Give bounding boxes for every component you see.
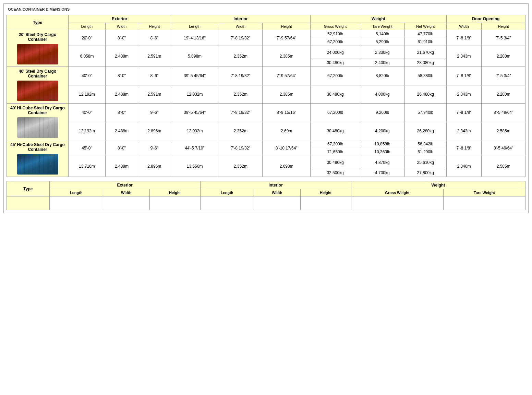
tare-weight-cell: 9,260lb (360, 104, 404, 122)
gross-weight-cell: 30,480kg (311, 59, 360, 67)
ext-height-cell: 9'-6" (138, 140, 171, 156)
gross-weight-header: Gross Weight (311, 23, 360, 30)
net-weight-cell: 27,800kg (404, 169, 446, 177)
ext-length-cell: 12.192m (69, 85, 106, 104)
int-height-cell: 7'-9 57/64" (263, 67, 311, 85)
gross-weight-cell: 52,910lb (311, 30, 360, 38)
door-width-cell: 2.340m (446, 156, 482, 177)
bottom-data-cell (351, 196, 444, 210)
container-image (17, 117, 58, 138)
net-weight-cell: 47,770lb (404, 30, 446, 38)
container-image (17, 154, 58, 175)
door-height-cell: 2.585m (482, 156, 525, 177)
int-height-cell: 2.698m (263, 156, 311, 177)
gross-weight-cell: 67,200lb (311, 104, 360, 122)
ext-height-cell: 8'-6" (138, 67, 171, 85)
gross-weight-cell: 67,200lb (311, 67, 360, 85)
bottom-data-cell (300, 196, 351, 210)
door-width-cell: 7'-8 1/8" (446, 140, 482, 156)
ext-length-cell: 40'-0" (69, 104, 106, 122)
ext-height-cell: 2.591m (138, 85, 171, 104)
ext-height-cell: 2.896m (138, 156, 171, 177)
container-type-cell: 40' Hi-Cube Steel Dry Cargo Container (7, 104, 69, 140)
bottom-ext-width: Width (103, 189, 149, 196)
container-image (17, 81, 58, 101)
ext-width-cell: 8'-0" (105, 140, 138, 156)
door-height-header: Height (482, 23, 525, 30)
int-width-header: Width (219, 23, 263, 30)
ext-length-cell: 20'-0" (69, 30, 106, 46)
bottom-data-cell (149, 196, 200, 210)
door-width-cell: 2.343m (446, 46, 482, 67)
ext-width-cell: 2.438m (105, 156, 138, 177)
ext-height-cell: 8'-6" (138, 30, 171, 46)
bottom-exterior-header: Exterior (49, 181, 200, 189)
int-length-cell: 39'-5 45/64" (171, 67, 219, 85)
int-width-cell: 7'-8 19/32" (219, 30, 263, 46)
table-row: 13.716m2.438m2.896m13.556m2.352m2.698m30… (7, 156, 525, 169)
int-width-cell: 7'-8 19/32" (219, 140, 263, 156)
int-length-cell: 12.032m (171, 122, 219, 140)
gross-weight-cell: 30,480kg (311, 156, 360, 169)
bottom-data-cell (103, 196, 149, 210)
tare-weight-cell: 4,870kg (360, 156, 404, 169)
tare-weight-cell: 8,820lb (360, 67, 404, 85)
int-height-cell: 7'-9 57/64" (263, 30, 311, 46)
container-name: 20' Steel Dry Cargo Container (9, 32, 66, 42)
bottom-interior-header: Interior (200, 181, 351, 189)
net-weight-cell: 26,480kg (404, 85, 446, 104)
bottom-type-cell (7, 196, 50, 210)
bottom-int-width: Width (254, 189, 300, 196)
tare-weight-cell: 4,700kg (360, 169, 404, 177)
net-weight-cell: 25,610kg (404, 156, 446, 169)
container-name: 40' Steel Dry Cargo Container (9, 69, 66, 79)
bottom-int-length: Length (200, 189, 254, 196)
ext-length-header: Length (69, 23, 106, 30)
bottom-data-cell (200, 196, 254, 210)
table-row: 12.192m2.438m2.591m12.032m2.352m2.385m30… (7, 85, 525, 104)
gross-weight-cell: 67,200lb (311, 38, 360, 46)
door-width-cell: 7'-8 1/8" (446, 30, 482, 46)
ext-width-cell: 8'-0" (105, 67, 138, 85)
ext-width-cell: 2.438m (105, 46, 138, 67)
bottom-data-cell (49, 196, 103, 210)
tare-weight-cell: 4,200kg (360, 122, 404, 140)
int-length-cell: 19'-4 13/16" (171, 30, 219, 46)
page-title: OCEAN CONTAINER DIMENSIONS (7, 7, 525, 12)
bottom-int-height: Height (300, 189, 351, 196)
container-type-cell: 20' Steel Dry Cargo Container (7, 30, 69, 67)
int-width-cell: 2.352m (219, 46, 263, 67)
net-weight-cell: 61,290lb (404, 148, 446, 156)
int-length-cell: 12.032m (171, 85, 219, 104)
ext-width-cell: 8'-0" (105, 30, 138, 46)
ext-length-cell: 40'-0" (69, 67, 106, 85)
table-row: 6.058m2.438m2.591m5.898m2.352m2.385m24,0… (7, 46, 525, 59)
bottom-data-cell (444, 196, 525, 210)
type-header: Type (7, 15, 69, 30)
table-row: 20' Steel Dry Cargo Container20'-0"8'-0"… (7, 30, 525, 38)
page-wrapper: OCEAN CONTAINER DIMENSIONS Type Exterior… (3, 3, 529, 213)
int-width-cell: 2.352m (219, 85, 263, 104)
net-weight-cell: 61,910lb (404, 38, 446, 46)
int-length-cell: 5.898m (171, 46, 219, 67)
exterior-header: Exterior (69, 15, 171, 23)
door-height-cell: 7'-5 3/4" (482, 30, 525, 46)
tare-weight-header: Tare Weight (360, 23, 404, 30)
door-width-header: Width (446, 23, 482, 30)
bottom-type-header: Type (7, 181, 50, 196)
table-row: 40' Hi-Cube Steel Dry Cargo Container40'… (7, 104, 525, 122)
door-width-cell: 7'-8 1/8" (446, 104, 482, 122)
gross-weight-cell: 67,200lb (311, 140, 360, 148)
int-length-cell: 44'-5 7/10" (171, 140, 219, 156)
int-height-cell: 8'-9 15/16" (263, 104, 311, 122)
tare-weight-cell: 5,290lb (360, 38, 404, 46)
tare-weight-cell: 5,140lb (360, 30, 404, 38)
int-height-header: Height (263, 23, 311, 30)
bottom-data-cell (254, 196, 300, 210)
int-height-cell: 2.385m (263, 46, 311, 67)
gross-weight-cell: 30,480kg (311, 122, 360, 140)
net-weight-cell: 56,342lb (404, 140, 446, 148)
int-length-cell: 39'-5 45/64" (171, 104, 219, 122)
tare-weight-cell: 10,360lb (360, 148, 404, 156)
net-weight-cell: 26,280kg (404, 122, 446, 140)
